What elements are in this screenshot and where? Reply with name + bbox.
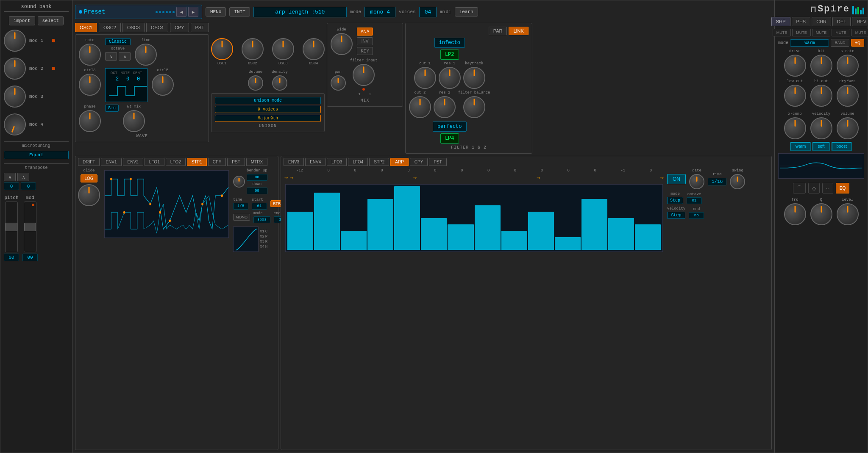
midi-learn-btn[interactable]: learn: [455, 7, 478, 17]
inv-btn[interactable]: INV: [357, 37, 373, 45]
drywet-knob[interactable]: [837, 85, 859, 107]
env3-tab[interactable]: ENV3: [284, 158, 304, 166]
pan-knob[interactable]: [331, 75, 346, 91]
velocity-knob[interactable]: [810, 117, 832, 139]
volume-knob[interactable]: [837, 117, 859, 139]
filter1-type[interactable]: LP2: [440, 50, 459, 60]
ana-btn[interactable]: ANA: [357, 28, 373, 36]
osc1-level-knob[interactable]: [211, 38, 233, 60]
env-cpy-tab[interactable]: CPY: [208, 158, 226, 166]
osc2-level-knob[interactable]: [242, 38, 264, 60]
arp-mode-value[interactable]: Step: [667, 197, 683, 204]
lfo4-tab[interactable]: LFO4: [348, 158, 368, 166]
stp2-tab[interactable]: STP2: [369, 158, 389, 166]
rev-tab[interactable]: REV: [852, 17, 868, 26]
preset-prev-btn[interactable]: ◀: [176, 7, 186, 17]
osc4-level-knob[interactable]: [303, 38, 325, 60]
wave-type-display[interactable]: Sin: [105, 105, 119, 112]
osc1-tab[interactable]: OSC1: [75, 23, 97, 32]
link-btn[interactable]: LINK: [509, 27, 528, 35]
mute-btn-2[interactable]: MUTE: [812, 29, 831, 36]
transpose-up-btn[interactable]: ∧: [17, 173, 29, 181]
del-tab[interactable]: DEL: [832, 17, 851, 26]
gate-knob[interactable]: [689, 174, 704, 189]
wide-knob[interactable]: [331, 33, 353, 55]
arp-bar-5[interactable]: [421, 218, 447, 250]
fine-knob[interactable]: [135, 44, 157, 66]
frq-knob[interactable]: [784, 203, 806, 225]
ctrlb-knob[interactable]: [152, 74, 174, 96]
ctrla-knob[interactable]: [79, 74, 101, 96]
arp-bar-0[interactable]: [287, 212, 313, 250]
filter-balance-knob[interactable]: [463, 96, 485, 118]
drift-tab[interactable]: DRIFT: [78, 158, 100, 166]
eq-shape-2[interactable]: ◇: [808, 183, 820, 193]
pitch-slider[interactable]: [5, 202, 18, 252]
soft-btn[interactable]: soft: [812, 142, 829, 151]
bit-knob[interactable]: [810, 55, 832, 77]
osc4-tab[interactable]: OSC4: [146, 23, 168, 32]
key-btn[interactable]: KEY: [357, 47, 373, 55]
mod3-knob[interactable]: [4, 86, 26, 108]
arp-bar-8[interactable]: [501, 231, 527, 250]
import-button[interactable]: import: [9, 16, 35, 25]
mod-slider[interactable]: [24, 202, 36, 252]
octave-down-btn[interactable]: ∨: [105, 52, 117, 61]
arp-bar-10[interactable]: [555, 237, 581, 250]
fx-mode-value[interactable]: warm: [790, 39, 829, 47]
mute-btn-4[interactable]: MUTE: [851, 29, 868, 36]
wtmix-knob[interactable]: [123, 110, 145, 132]
arp-velocity-value[interactable]: Step: [667, 212, 685, 219]
lowcut-knob[interactable]: [784, 85, 806, 107]
filter-input-knob[interactable]: [353, 64, 375, 86]
mute-btn-1[interactable]: MUTE: [792, 29, 811, 36]
mute-btn-0[interactable]: MUTE: [773, 29, 791, 36]
arp-bar-11[interactable]: [581, 199, 607, 250]
q-knob[interactable]: [810, 203, 832, 225]
hq-btn[interactable]: HQ: [851, 39, 865, 47]
phase-knob[interactable]: [79, 110, 101, 132]
microtuning-value[interactable]: Equal: [4, 151, 69, 159]
arp-bar-4[interactable]: [394, 186, 420, 250]
note-knob[interactable]: [79, 44, 101, 66]
menu-button[interactable]: MENU: [206, 7, 226, 17]
arp-bar-3[interactable]: [367, 199, 393, 250]
mod2-knob[interactable]: [4, 58, 26, 80]
transpose-down-btn[interactable]: ∨: [4, 173, 16, 181]
warm-btn[interactable]: warm: [790, 142, 811, 151]
filter2-name[interactable]: perfecto: [433, 122, 467, 132]
arp-bar-2[interactable]: [341, 231, 367, 250]
swing-knob[interactable]: [730, 174, 745, 189]
band-btn[interactable]: BAND: [831, 39, 849, 47]
drive-knob[interactable]: [784, 55, 806, 77]
arp-bar-6[interactable]: [448, 224, 473, 250]
par-btn[interactable]: PAR: [489, 27, 507, 35]
density-knob[interactable]: [272, 75, 287, 91]
octave-up-btn[interactable]: ∧: [119, 52, 131, 61]
filter2-type[interactable]: LP4: [440, 133, 459, 144]
res2-knob[interactable]: [434, 96, 456, 118]
hicut-knob[interactable]: [810, 85, 832, 107]
keytrack-knob[interactable]: [463, 67, 485, 89]
detune-knob[interactable]: [248, 75, 263, 91]
arp-pst-tab[interactable]: PST: [429, 158, 446, 166]
mod4-knob[interactable]: [1, 110, 29, 139]
bender-knob[interactable]: [233, 176, 245, 188]
mode-value[interactable]: mono 4: [364, 7, 395, 17]
lfo1-tab[interactable]: LFO1: [145, 158, 164, 166]
log-btn[interactable]: LOG: [81, 174, 97, 182]
arp-bar-1[interactable]: [314, 193, 340, 250]
osc3-level-knob[interactable]: [272, 38, 294, 60]
env4-tab[interactable]: ENV4: [305, 158, 326, 166]
mod1-knob[interactable]: [4, 30, 26, 52]
glide-knob[interactable]: [78, 184, 100, 206]
arp-bar-7[interactable]: [475, 205, 501, 250]
cut2-knob[interactable]: [409, 96, 431, 118]
preset-next-btn[interactable]: ▶: [188, 7, 198, 17]
select-button[interactable]: select: [38, 16, 64, 25]
env-pst-tab[interactable]: PST: [227, 158, 245, 166]
res1-knob[interactable]: [439, 67, 461, 89]
arp-tab[interactable]: ARP: [390, 158, 409, 166]
osc-cpy-tab[interactable]: CPY: [170, 23, 189, 32]
shp-tab[interactable]: SHP: [771, 17, 790, 26]
